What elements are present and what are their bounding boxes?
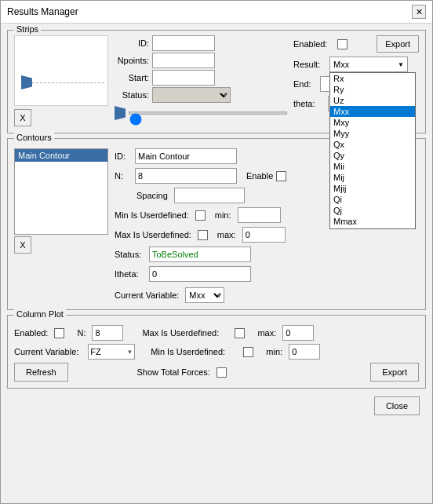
colplot-max-undef-checkbox[interactable] [235,328,245,338]
contours-enabled-label: Enable [246,171,273,181]
contours-spacing-label: Spacing [136,191,168,200]
strip-dashed-line [32,82,104,83]
strip-indicator [21,75,32,89]
contours-max-input[interactable] [242,227,286,243]
contours-list-area: Main Contour X [14,148,108,303]
colplot-n-input[interactable] [92,325,123,341]
colplot-row1: Enabled: N: Max Is Userdefined: max: [14,325,419,341]
contours-list-item[interactable]: Main Contour [15,149,107,162]
strips-result-option-mxx[interactable]: Mxx [330,106,415,117]
strips-npoints-label: Npoints: [115,56,149,65]
colplot-max-input[interactable] [282,325,314,341]
strips-end-label: End: [293,79,317,89]
strips-enabled-checkbox[interactable] [337,39,347,49]
strips-group: Strips X ID: Npoint [7,30,426,133]
strips-result-option-qi[interactable]: Qi [330,194,415,205]
title-bar: Results Manager ✕ [1,1,432,24]
colplot-show-forces-label: Show Total Forces: [137,367,210,377]
contours-n-label: N: [115,171,132,181]
strips-npoints-row: Npoints: [115,53,287,68]
colplot-curvar-select[interactable]: FZ FX FY MX MY MZ [88,344,135,360]
strips-slider[interactable] [129,118,286,121]
strips-slider-row [115,106,287,120]
contours-id-label: ID: [115,152,132,161]
strips-status-dropdown-container [152,87,231,103]
colplot-enabled-checkbox[interactable] [54,328,64,338]
strips-status-select[interactable] [152,87,231,103]
column-plot-group-label: Column Plot [14,309,66,319]
contours-status-label: Status: [115,250,146,259]
contours-min-undef-checkbox[interactable] [195,210,206,221]
strips-result-dropdown-list[interactable]: Rx Ry Uz Mxx Mxy Myy Qx Qy Mii Mij Mjij [329,72,416,229]
strips-result-option-qy[interactable]: Qy [330,150,415,161]
contours-max-undef-row: Max Is Userdefined: max: [115,227,419,243]
contours-n-input[interactable] [135,168,237,184]
strips-result-chevron-icon: ▼ [398,61,404,68]
footer-buttons: Close [7,393,426,415]
strips-result-option-mii[interactable]: Mii [330,161,415,172]
strips-x-button[interactable]: X [14,109,31,126]
colplot-min-undef-label: Min Is Userdefined: [151,347,237,356]
contours-max-undef-checkbox[interactable] [198,230,208,240]
contours-list[interactable]: Main Contour [14,148,108,235]
colplot-curvar-dropdown-container: FZ FX FY MX MY MZ [88,344,135,360]
column-plot-group: Column Plot Enabled: N: Max Is Userdefin… [7,315,426,389]
colplot-show-forces-checkbox[interactable] [216,367,227,378]
contours-current-var-label: Current Variable: [115,290,179,300]
strips-result-option-mxy[interactable]: Mxy [330,117,415,128]
strips-id-row: ID: [115,35,287,51]
colplot-min-undef-checkbox[interactable] [243,347,253,357]
strips-result-option-ry[interactable]: Ry [330,84,415,95]
contours-group-label: Contours [14,133,54,142]
contours-enabled-checkbox[interactable] [276,171,286,181]
strips-result-select[interactable]: Mxx ▼ [329,57,408,72]
strips-result-option-mmax[interactable]: Mmax [330,216,415,227]
contours-status-row: Status: [115,247,419,262]
footer-close-button[interactable]: Close [374,396,420,415]
strips-result-option-qj[interactable]: Qj [330,205,415,216]
colplot-n-label: N: [77,328,86,338]
contours-x-button[interactable]: X [14,236,31,254]
colplot-enabled-label: Enabled: [14,328,48,338]
window-title: Results Manager [7,6,78,17]
strips-result-option-qx[interactable]: Qx [330,139,415,150]
colplot-refresh-button[interactable]: Refresh [14,363,68,382]
contours-spacing-input[interactable] [174,188,245,203]
strips-header-row: X ID: Npoints: Start: [14,35,419,126]
strips-start-input[interactable] [152,70,215,86]
results-manager-window: Results Manager ✕ Strips X ID: [0,0,433,504]
strips-result-option-uz[interactable]: Uz [330,95,415,106]
colplot-min-input[interactable] [289,344,320,360]
colplot-export-button[interactable]: Export [370,363,419,382]
contours-itheta-row: Itheta: [115,266,419,282]
contours-status-input[interactable] [149,247,251,262]
strips-result-option-rx[interactable]: Rx [330,73,415,84]
colplot-max-label: max: [257,328,276,338]
strips-id-input[interactable] [152,35,215,51]
contours-min-label: min: [215,210,231,220]
colplot-row3: Refresh Show Total Forces: Export [14,363,419,382]
contours-itheta-input[interactable] [149,266,251,282]
strips-result-option-mjij[interactable]: Mjij [330,183,415,194]
colplot-left-row3: Refresh Show Total Forces: [14,363,227,382]
strips-export-button[interactable]: Export [377,35,419,53]
contours-min-input[interactable] [238,207,281,223]
strips-enabled-row: Enabled: Export [293,35,419,53]
strips-form-area: ID: Npoints: Start: Status: [115,35,287,120]
contours-max-undef-label: Max Is Userdefined: [115,230,191,239]
strips-theta-label: theta: [293,99,325,108]
strips-left: X [14,35,108,126]
window-close-button[interactable]: ✕ [412,5,426,19]
contours-current-var-select[interactable]: Mxx [185,287,224,303]
strips-result-value: Mxx [333,60,349,69]
contours-current-var-dropdown-container: Mxx [185,287,224,303]
strips-result-option-mmin[interactable]: Mmin [330,227,415,229]
colplot-curvar-label: Current Variable: [14,347,78,356]
strips-status-label: Status: [115,90,149,100]
strips-result-option-mij[interactable]: Mij [330,172,415,183]
strips-result-option-myy[interactable]: Myy [330,128,415,139]
contours-min-undef-label: Min Is Userdefined: [115,210,189,220]
contours-id-input[interactable] [135,148,237,164]
strips-npoints-input[interactable] [152,53,215,68]
main-content: Strips X ID: Npoint [1,24,432,503]
